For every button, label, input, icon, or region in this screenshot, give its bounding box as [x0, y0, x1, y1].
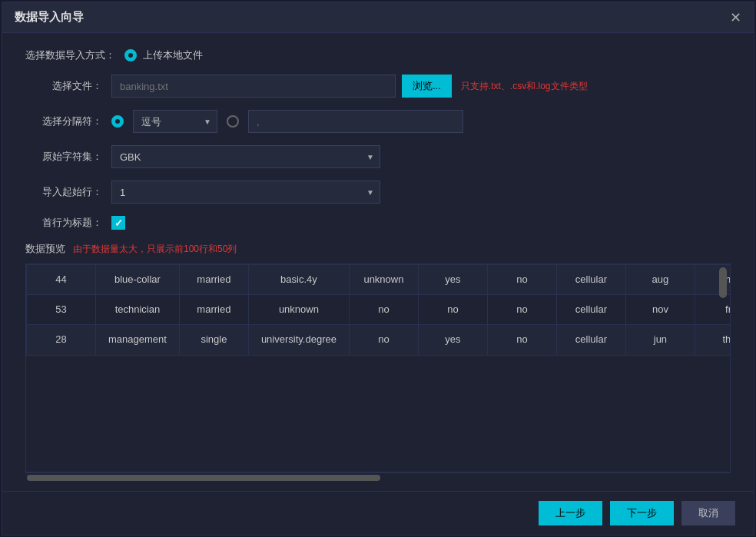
separator-custom-radio[interactable] — [227, 115, 239, 128]
table-cell: fri — [695, 295, 731, 325]
table-cell: no — [487, 325, 556, 355]
header-checkbox[interactable]: ✓ — [111, 216, 125, 230]
table-cell: thu — [695, 325, 731, 355]
vertical-scrollbar[interactable] — [719, 267, 727, 298]
next-button[interactable]: 下一步 — [610, 501, 674, 525]
file-select-row: 选择文件： 浏览... 只支持.txt、.csv和.log文件类型 — [25, 75, 731, 98]
table-cell: no — [487, 265, 556, 295]
table-cell: cellular — [556, 295, 625, 325]
preview-section-title: 数据预览 由于数据量太大，只展示前100行和50列 — [25, 242, 731, 256]
table-cell: university.degree — [248, 325, 349, 355]
preview-table-wrapper[interactable]: 44blue-collarmarriedbasic.4yunknownyesno… — [25, 264, 731, 472]
import-dialog: 数据导入向导 ✕ 选择数据导入方式： 上传本地文件 选择文件： 浏览... 只支… — [2, 2, 754, 535]
separator-comma-radio[interactable] — [111, 115, 124, 128]
file-hint: 只支持.txt、.csv和.log文件类型 — [461, 80, 588, 93]
preview-label: 数据预览 — [25, 242, 65, 256]
start-row-row: 导入起始行： 1 2 3 — [25, 181, 731, 204]
charset-row: 原始字符集： GBK UTF-8 UTF-16 — [25, 145, 731, 168]
separator-label: 选择分隔符： — [25, 114, 102, 128]
preview-note: 由于数据量太大，只展示前100行和50列 — [73, 243, 237, 256]
charset-select[interactable]: GBK UTF-8 UTF-16 — [111, 145, 380, 168]
table-cell: cellular — [556, 265, 625, 295]
preview-table: 44blue-collarmarriedbasic.4yunknownyesno… — [26, 264, 731, 356]
table-cell: yes — [418, 265, 487, 295]
file-input[interactable] — [111, 75, 396, 98]
table-cell: jun — [625, 325, 695, 355]
browse-button[interactable]: 浏览... — [402, 75, 452, 98]
table-cell: 44 — [27, 265, 96, 295]
file-label: 选择文件： — [25, 79, 102, 93]
upload-local-label: 上传本地文件 — [143, 48, 203, 62]
table-cell: no — [349, 325, 418, 355]
table-cell: technician — [96, 295, 180, 325]
import-method-options: 上传本地文件 — [124, 48, 203, 62]
table-cell: yes — [418, 325, 487, 355]
start-row-label: 导入起始行： — [25, 185, 102, 199]
dialog-title: 数据导入向导 — [15, 10, 84, 25]
separator-custom-input[interactable] — [248, 110, 463, 133]
header-label: 首行为标题： — [25, 216, 102, 230]
table-cell: cellular — [556, 325, 625, 355]
table-cell: no — [349, 295, 418, 325]
table-cell: unknown — [349, 265, 418, 295]
separator-dropdown-wrapper: 逗号 制表符 空格 — [133, 110, 217, 133]
import-method-row: 选择数据导入方式： 上传本地文件 — [25, 48, 731, 62]
import-method-label: 选择数据导入方式： — [25, 48, 115, 62]
charset-select-wrapper: GBK UTF-8 UTF-16 — [111, 145, 380, 168]
table-cell: married — [179, 295, 248, 325]
table-cell: blue-collar — [96, 265, 180, 295]
table-cell: nov — [625, 295, 695, 325]
header-row: 首行为标题： ✓ — [25, 216, 731, 230]
table-cell: no — [418, 295, 487, 325]
table-cell: 53 — [27, 295, 96, 325]
table-cell: married — [179, 265, 248, 295]
table-cell: no — [487, 295, 556, 325]
scrollbar-thumb — [27, 475, 380, 481]
table-cell: basic.4y — [248, 265, 349, 295]
title-bar: 数据导入向导 ✕ — [2, 2, 754, 33]
dialog-footer: 上一步 下一步 取消 — [2, 491, 754, 535]
table-cell: unknown — [248, 295, 349, 325]
separator-options: 逗号 制表符 空格 — [111, 110, 463, 133]
check-mark: ✓ — [114, 217, 123, 229]
table-cell: single — [179, 325, 248, 355]
start-row-select-wrapper: 1 2 3 — [111, 181, 380, 204]
separator-row: 选择分隔符： 逗号 制表符 空格 — [25, 110, 731, 133]
upload-local-radio[interactable] — [124, 49, 137, 61]
cancel-button[interactable]: 取消 — [681, 501, 735, 525]
start-row-select[interactable]: 1 2 3 — [111, 181, 380, 204]
table-cell: 28 — [27, 325, 96, 355]
table-cell: management — [96, 325, 180, 355]
horizontal-scrollbar[interactable] — [25, 472, 731, 482]
close-button[interactable]: ✕ — [730, 11, 741, 25]
table-cell: aug — [625, 265, 695, 295]
charset-label: 原始字符集： — [25, 150, 102, 164]
preview-container: 44blue-collarmarriedbasic.4yunknownyesno… — [25, 264, 731, 483]
prev-button[interactable]: 上一步 — [539, 501, 602, 525]
dialog-body: 选择数据导入方式： 上传本地文件 选择文件： 浏览... 只支持.txt、.cs… — [2, 33, 754, 491]
separator-select[interactable]: 逗号 制表符 空格 — [133, 110, 217, 133]
